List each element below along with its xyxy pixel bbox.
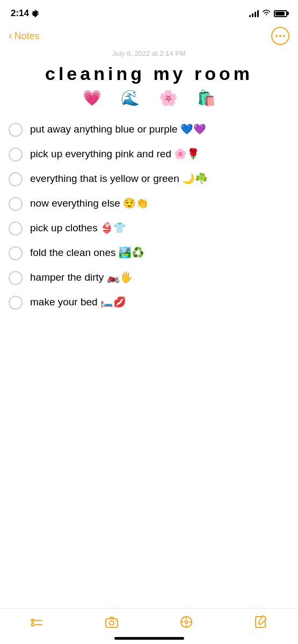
- check-label-5: pick up clothes 👙👕: [30, 222, 126, 235]
- checkbox-1[interactable]: [9, 123, 23, 137]
- back-chevron-icon: ‹: [9, 30, 12, 42]
- signal-bars: [249, 10, 259, 17]
- list-item: hamper the dirty 🏍️🖐️: [9, 266, 289, 290]
- list-item: everything that is yellow or green 🌙☘️: [9, 167, 289, 192]
- check-label-7: hamper the dirty 🏍️🖐️: [30, 271, 133, 284]
- emoji-4: 🛍️: [197, 89, 216, 107]
- status-icons: [249, 9, 287, 18]
- emoji-2: 🌊: [121, 89, 140, 107]
- checklist-icon: [30, 615, 44, 629]
- title-emojis: 💗 🌊 🌸 🛍️: [0, 85, 298, 115]
- svg-point-6: [115, 620, 116, 621]
- note-title: cleaning my room: [0, 61, 298, 85]
- svg-rect-4: [106, 619, 118, 627]
- date-subtitle: July 8, 2022 at 2:14 PM: [0, 49, 298, 61]
- camera-icon: [105, 615, 119, 629]
- checkbox-6[interactable]: [9, 246, 23, 260]
- list-item: put away anything blue or purple 💙💜: [9, 118, 289, 142]
- list-item: make your bed 🛏️💋: [9, 290, 289, 315]
- check-label-3: everything that is yellow or green 🌙☘️: [30, 172, 208, 186]
- list-item: pick up clothes 👙👕: [9, 216, 289, 241]
- back-label: Notes: [14, 31, 40, 42]
- checkbox-2[interactable]: [9, 148, 23, 162]
- time-display: 2:14: [11, 8, 29, 19]
- battery-icon: [274, 10, 287, 17]
- home-indicator: [114, 637, 184, 640]
- list-item: pick up everything pink and red 🌸🌹: [9, 142, 289, 167]
- location-button[interactable]: [179, 615, 193, 629]
- svg-point-8: [185, 621, 187, 624]
- location-icon: [179, 615, 193, 629]
- checkbox-8[interactable]: [9, 296, 23, 310]
- status-bar: 2:14: [0, 0, 298, 24]
- location-arrow-icon: [31, 10, 39, 17]
- wifi-icon: [262, 9, 271, 18]
- edit-button[interactable]: [254, 615, 268, 629]
- check-label-8: make your bed 🛏️💋: [30, 296, 126, 309]
- more-dots-icon: [275, 35, 285, 37]
- check-label-6: fold the clean ones 🏞️♻️: [30, 246, 144, 260]
- camera-button[interactable]: [105, 615, 119, 629]
- list-item: now everything else 😌👏: [9, 192, 289, 216]
- checkbox-7[interactable]: [9, 271, 23, 285]
- check-label-1: put away anything blue or purple 💙💜: [30, 123, 206, 136]
- emoji-3: 🌸: [159, 89, 178, 107]
- back-button[interactable]: ‹ Notes: [9, 30, 40, 42]
- checklist: put away anything blue or purple 💙💜 pick…: [0, 115, 298, 324]
- check-label-2: pick up everything pink and red 🌸🌹: [30, 148, 200, 161]
- svg-point-1: [32, 624, 34, 626]
- checkbox-3[interactable]: [9, 172, 23, 186]
- svg-point-5: [110, 621, 114, 625]
- emoji-1: 💗: [83, 89, 101, 107]
- check-label-4: now everything else 😌👏: [30, 197, 149, 210]
- status-time: 2:14: [11, 8, 39, 19]
- list-item: fold the clean ones 🏞️♻️: [9, 241, 289, 266]
- edit-icon: [254, 615, 268, 629]
- checkbox-5[interactable]: [9, 222, 23, 236]
- nav-bar: ‹ Notes: [0, 24, 298, 49]
- more-button[interactable]: [271, 27, 289, 45]
- checkbox-4[interactable]: [9, 197, 23, 211]
- checklist-button[interactable]: [30, 615, 44, 629]
